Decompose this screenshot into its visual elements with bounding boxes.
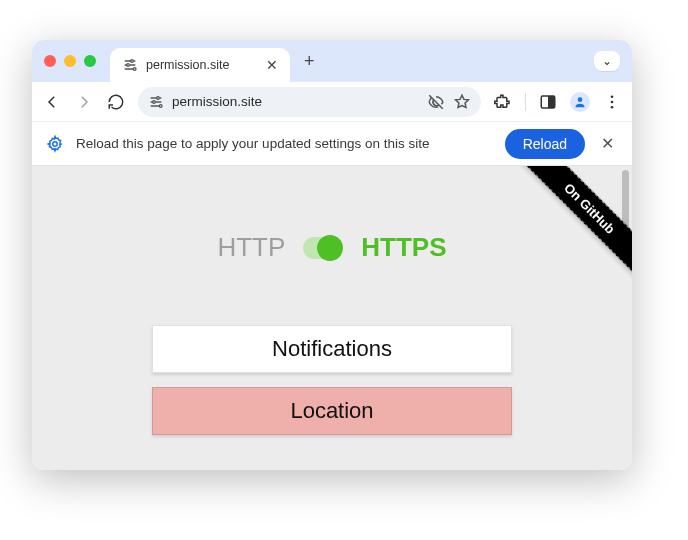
browser-toolbar: permission.site [32,82,632,122]
back-button[interactable] [42,92,62,112]
svg-point-3 [157,96,160,99]
location-button[interactable]: Location [152,387,512,435]
svg-point-8 [578,97,583,102]
reload-button[interactable] [106,92,126,112]
close-icon[interactable]: ✕ [597,134,618,153]
tab-title: permission.site [146,58,258,72]
gear-icon [46,135,64,153]
svg-point-11 [611,105,614,108]
infobar-message: Reload this page to apply your updated s… [76,136,493,151]
svg-rect-7 [549,96,555,108]
tune-icon [148,94,164,110]
tune-icon [122,57,138,73]
svg-point-1 [127,64,130,67]
tab-strip: permission.site ✕ + ⌄ [32,40,632,82]
minimize-window-button[interactable] [64,55,76,67]
https-label: HTTPS [361,232,446,263]
protocol-toggle: HTTP HTTPS [32,232,632,263]
permission-buttons: Notifications Location [32,325,632,435]
github-ribbon-link[interactable]: On GitHub [511,166,632,287]
svg-point-10 [611,100,614,103]
tab-active[interactable]: permission.site ✕ [110,48,290,82]
window-menu-button[interactable]: ⌄ [594,51,620,71]
extensions-icon[interactable] [493,92,513,112]
toolbar-separator [525,93,526,111]
page-content: On GitHub HTTP HTTPS Notifications Locat… [32,166,632,470]
profile-avatar[interactable] [570,92,590,112]
svg-point-4 [153,100,156,103]
chevron-down-icon: ⌄ [602,54,612,68]
infobar-reload-button[interactable]: Reload [505,129,585,159]
svg-point-0 [131,60,134,63]
address-bar[interactable]: permission.site [138,87,481,117]
http-label: HTTP [217,232,285,263]
svg-point-2 [133,68,136,71]
https-toggle-switch[interactable] [303,237,343,259]
svg-point-5 [159,104,162,107]
settings-infobar: Reload this page to apply your updated s… [32,122,632,166]
svg-point-12 [53,141,58,146]
url-text: permission.site [172,94,419,109]
close-window-button[interactable] [44,55,56,67]
forward-button[interactable] [74,92,94,112]
window-controls [44,55,96,67]
new-tab-button[interactable]: + [298,51,321,72]
browser-window: permission.site ✕ + ⌄ permission.site [32,40,632,470]
sidepanel-icon[interactable] [538,92,558,112]
fullscreen-window-button[interactable] [84,55,96,67]
incognito-off-icon[interactable] [427,93,445,111]
svg-point-9 [611,95,614,98]
bookmark-star-icon[interactable] [453,93,471,111]
kebab-menu-icon[interactable] [602,92,622,112]
notifications-button[interactable]: Notifications [152,325,512,373]
close-tab-icon[interactable]: ✕ [266,57,278,73]
